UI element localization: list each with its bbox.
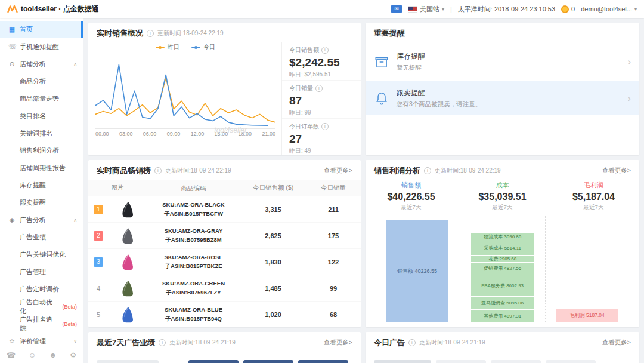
inventory-alert-item[interactable]: 库存提醒 暂无提醒 › <box>366 45 639 79</box>
info-icon[interactable]: i <box>147 30 154 37</box>
sidebar-item-销售利润分析[interactable]: 销售利润分析 <box>0 142 83 159</box>
sidebar-item-label: 广告业绩 <box>20 233 46 242</box>
profit-waterfall-chart: 销售额 40226.55物流成本 3096.86采购成本 5614.11花费 2… <box>375 216 630 322</box>
table-row[interactable]: 5SKU:AMZ-ORA-BLUE子ASIN:B015PTB94Q1,02068 <box>88 302 361 327</box>
cost-block[interactable]: 其他费用 4897.31 <box>471 310 534 322</box>
sales-value: 1,020 <box>240 311 306 318</box>
sidebar-item-label: 店铺周期性报告 <box>20 164 66 173</box>
brand-text: tool4seller · 点金数据通 <box>21 4 99 14</box>
sidebar-item-广告业绩[interactable]: 广告业绩 <box>0 229 83 246</box>
cost-block[interactable]: 花费 2905.68 <box>471 256 534 263</box>
account-menu[interactable]: demo@tool4sel... ▾ <box>581 5 637 13</box>
metric-chip[interactable] <box>243 360 293 363</box>
cost-block[interactable]: 亚马逊佣金 5095.06 <box>471 297 534 310</box>
product-sku: SKU:AMZ-ORA-BLACK子ASIN:B015PTBCFW <box>147 201 240 218</box>
profit-stats-row: 销售额 $40,226.55 最近7天 成本 $35,039.51 最近7天 毛… <box>366 180 639 215</box>
marketplace-selector[interactable]: 美国站 ▾ <box>408 5 444 14</box>
stat-today-orders: 今日订单数i 27 昨日: 49 <box>282 118 361 155</box>
caret-down-icon: ▾ <box>634 7 637 12</box>
profit-block[interactable]: 毛利润 5187.04 <box>556 309 618 322</box>
table-row[interactable]: 3SKU:AMZ-ORA-ROSE子ASIN:B015PTBKZE1,83012… <box>88 249 361 275</box>
metric-chip[interactable] <box>374 360 431 363</box>
sales-value: 3,315 <box>240 206 306 213</box>
cost-block[interactable]: 促销费用 4827.56 <box>471 263 534 275</box>
legend-yesterday[interactable]: 昨日 <box>156 43 179 51</box>
table-row[interactable]: 1SKU:AMZ-ORA-BLACK子ASIN:B015PTBCFW3,3152… <box>88 196 361 223</box>
sales-total-bar[interactable]: 销售额 40226.55 <box>386 220 447 322</box>
shop-icon: ⊙ <box>8 60 16 68</box>
beta-badge: (Beta) <box>62 321 77 327</box>
metric-chip[interactable] <box>546 360 596 363</box>
card-title: 重要提醒 <box>374 28 405 39</box>
sidebar-item-label: 销售利润分析 <box>20 146 59 155</box>
info-icon[interactable]: i <box>315 85 323 92</box>
view-more-link[interactable]: 查看更多> <box>324 339 352 347</box>
x-tick: 00:00 <box>95 131 109 137</box>
product-image <box>109 253 147 271</box>
view-more-link[interactable]: 查看更多> <box>602 339 631 347</box>
hijack-alert-item[interactable]: 跟卖提醒 您有3个商品被跟卖，请注意。 › <box>366 81 639 115</box>
updated-time: 更新时间:18-09-24 22:19 <box>157 29 224 38</box>
sidebar-item-类目排名[interactable]: 类目排名 <box>0 107 83 125</box>
waterfall-separator <box>545 216 546 322</box>
chevron-up-icon: ∧ <box>73 217 77 223</box>
sidebar-item-关键词排名[interactable]: 关键词排名 <box>0 125 83 142</box>
mail-icon[interactable]: ✉ <box>391 5 402 13</box>
product-image <box>109 227 147 245</box>
sidebar-item-商品分析[interactable]: 商品分析 <box>0 73 83 90</box>
legend-line-icon <box>156 47 165 48</box>
metric-chip[interactable] <box>97 360 159 363</box>
table-row[interactable]: 4SKU:AMZ-ORA-GREEN子ASIN:B07596ZFZY1,4859… <box>88 275 361 302</box>
info-icon[interactable]: i <box>408 339 416 346</box>
user-icon[interactable]: ☺ <box>29 351 36 359</box>
info-icon[interactable]: i <box>424 167 431 174</box>
cost-block[interactable]: 采购成本 5614.11 <box>471 241 534 256</box>
alert-desc: 暂无提醒 <box>397 64 425 72</box>
sidebar-item-label: 关键词排名 <box>20 129 52 138</box>
main-content: 实时销售概况 i 更新时间:18-09-24 22:19 昨日 今日 <box>83 18 644 363</box>
view-more-link[interactable]: 查看更多> <box>602 167 631 175</box>
table-row[interactable]: 2SKU:AMZ-ORA-GRAY子ASIN:B07595BZ8M2,62517… <box>88 223 361 249</box>
sidebar-item-库存提醒[interactable]: 库存提醒 <box>0 177 83 194</box>
rank-badge: 3 <box>94 257 103 267</box>
view-more-link[interactable]: 查看更多> <box>324 167 352 175</box>
metric-chip[interactable] <box>188 360 239 363</box>
chevron-down-icon: ∨ <box>73 339 77 344</box>
rank-badge: 5 <box>97 311 100 318</box>
gear-icon[interactable]: ⚙ <box>70 351 76 359</box>
info-icon[interactable]: i <box>321 47 329 54</box>
sidebar-item-跟卖提醒[interactable]: 跟卖提醒 <box>0 194 83 211</box>
sidebar-item-广告定时调价[interactable]: 广告定时调价 <box>0 281 83 298</box>
topbar-right: ✉ 美国站 ▾ | 太平洋时间: 2018-09-24 23:10:53 0 d… <box>391 5 637 14</box>
cost-block[interactable]: 物流成本 3096.86 <box>471 233 534 241</box>
coin-balance[interactable]: 0 <box>561 5 575 13</box>
info-icon[interactable]: i <box>321 123 329 130</box>
brand[interactable]: tool4seller · 点金数据通 <box>7 4 99 14</box>
info-icon[interactable]: i <box>154 167 162 174</box>
sidebar-item-广告管理[interactable]: 广告管理 <box>0 263 83 281</box>
cost-block[interactable]: FBA服务费 8602.93 <box>471 275 534 297</box>
sidebar-item-广告分析[interactable]: ◈广告分析∧ <box>0 211 83 229</box>
col-image: 图片 <box>88 184 147 192</box>
sidebar-item-label: 库存提醒 <box>20 181 46 190</box>
sidebar-item-店铺分析[interactable]: ⊙店铺分析∧ <box>0 56 83 73</box>
stat-label: 今日订单数 <box>289 122 319 131</box>
profit-analysis-card: 销售利润分析 i 更新时间:18-09-24 22:19 查看更多> 销售额 $… <box>366 160 639 327</box>
sidebar-item-商品流量走势[interactable]: 商品流量走势 <box>0 90 83 107</box>
sidebar-item-评价管理[interactable]: ☆评价管理∨ <box>0 333 83 347</box>
metric-chip[interactable] <box>436 360 486 363</box>
sidebar-item-首页[interactable]: ▦首页 <box>0 21 83 38</box>
info-icon[interactable]: i <box>159 339 166 346</box>
sidebar-item-广告排名追踪[interactable]: 广告排名追踪(Beta) <box>0 315 83 333</box>
phone-icon[interactable]: ☎ <box>7 351 16 359</box>
metric-chip[interactable] <box>491 360 541 363</box>
metric-chip[interactable] <box>298 360 348 363</box>
sidebar-item-手机通知提醒[interactable]: ☏手机通知提醒 <box>0 38 83 56</box>
sidebar-item-店铺周期性报告[interactable]: 店铺周期性报告 <box>0 159 83 177</box>
legend-today[interactable]: 今日 <box>191 43 215 51</box>
qty-value: 211 <box>306 206 361 213</box>
users-icon[interactable]: ☻ <box>49 351 57 359</box>
sidebar-item-label: 广告分析 <box>20 216 46 224</box>
sidebar-item-广告自动优化[interactable]: 广告自动优化(Beta) <box>0 298 83 315</box>
sidebar-item-广告关键词优化[interactable]: 广告关键词优化 <box>0 246 83 263</box>
